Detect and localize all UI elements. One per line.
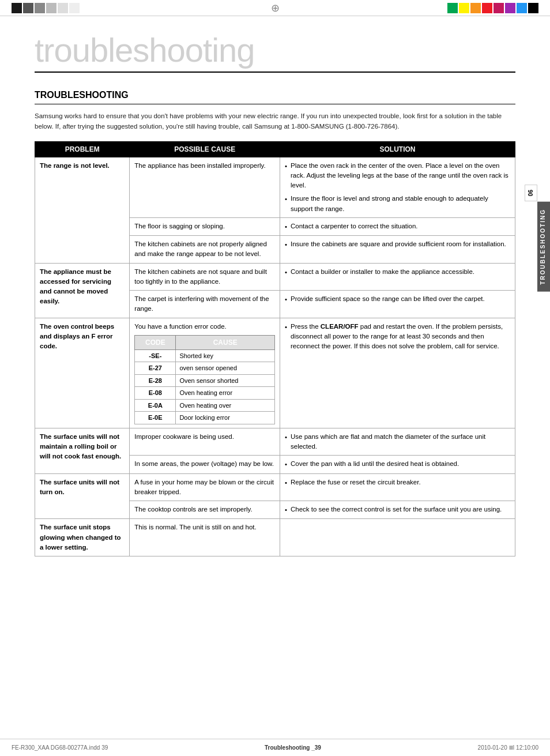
color-block: [482, 3, 492, 13]
cause-cell: A fuse in your home may be blown or the …: [130, 473, 280, 501]
color-block: [494, 3, 504, 13]
intro-paragraph: Samsung works hard to ensure that you do…: [35, 111, 515, 132]
bullet-dot: •: [285, 432, 287, 452]
bullet-dot: •: [285, 194, 287, 214]
solution-item: •Press the CLEAR/OFF pad and restart the…: [285, 322, 510, 352]
troubleshooting-table: PROBLEM POSSIBLE CAUSE SOLUTION The rang…: [35, 141, 515, 557]
problem-cell: The surface units will not maintain a ro…: [35, 428, 130, 473]
error-cause: Shorted key: [176, 349, 275, 362]
error-code: E-27: [135, 362, 176, 375]
solution-item: •Insure the cabinets are square and prov…: [285, 239, 510, 250]
bullet-dot: •: [285, 268, 287, 277]
color-block: [58, 3, 68, 13]
table-row: The range is not level.The appliance has…: [35, 157, 515, 217]
solution-item: •Check to see the correct control is set…: [285, 505, 510, 515]
color-block: [517, 3, 527, 13]
error-cause: Oven sensor shorted: [176, 374, 275, 387]
error-code: E-0E: [135, 412, 176, 424]
cause-cell: The kitchen cabinets are not properly al…: [130, 236, 280, 264]
cause-cell: The cooktop controls are set improperly.: [130, 501, 280, 519]
solution-text: Contact a builder or installer to make t…: [291, 267, 474, 277]
cause-cell: You have a function error code.CODECAUSE…: [130, 318, 280, 428]
footer-left: FE-R300_XAA DG68-00277A.indd 39: [12, 744, 108, 751]
bottom-bar: FE-R300_XAA DG68-00277A.indd 39 Troubles…: [0, 739, 550, 756]
bullet-dot: •: [285, 161, 287, 191]
error-cause: oven sensor opened: [176, 362, 275, 375]
bullet-dot: •: [285, 240, 287, 250]
table-row: The appliance must be accessed for servi…: [35, 263, 515, 291]
solution-item: •Place the oven rack in the center of th…: [285, 161, 510, 191]
problem-cell: The surface units will not turn on.: [35, 473, 130, 519]
color-block: [505, 3, 515, 13]
error-cause: Door locking error: [176, 412, 275, 424]
table-row: The surface units will not maintain a ro…: [35, 428, 515, 456]
color-block: [46, 3, 56, 13]
color-blocks-right: [447, 3, 538, 13]
error-code: E-0A: [135, 399, 176, 412]
footer-page-label: Troubleshooting _39: [265, 744, 321, 751]
color-block: [528, 3, 538, 13]
solution-cell: •Contact a carpenter to correct the situ…: [280, 217, 515, 235]
cause-cell: The kitchen cabinets are not square and …: [130, 263, 280, 291]
solution-text: Provide sufficient space so the range ca…: [291, 294, 485, 304]
problem-cell: The appliance must be accessed for servi…: [35, 263, 130, 318]
main-content: troubleshooting TROUBLESHOOTING Samsung …: [0, 16, 550, 591]
color-block: [459, 3, 469, 13]
top-bar: ⊕: [0, 0, 550, 16]
solution-item: •Replace the fuse or reset the circuit b…: [285, 477, 510, 488]
solution-text: Check to see the correct control is set …: [291, 505, 502, 515]
cause-cell: This is normal. The unit is still on and…: [130, 519, 280, 556]
color-block: [447, 3, 458, 13]
cause-cell: In some areas, the power (voltage) may b…: [130, 456, 280, 473]
solution-cell: •Insure the cabinets are square and prov…: [280, 236, 515, 264]
table-header-solution: SOLUTION: [280, 141, 515, 157]
solution-item: •Contact a builder or installer to make …: [285, 267, 510, 277]
problem-cell: The oven control beeps and displays an F…: [35, 318, 130, 428]
problem-cell: The surface unit stops glowing when chan…: [35, 519, 130, 556]
solution-cell: •Replace the fuse or reset the circuit b…: [280, 473, 515, 501]
error-code: -SE-: [135, 349, 176, 362]
error-code-table: CODECAUSE-SE-Shorted keyE-27oven sensor …: [134, 335, 275, 424]
solution-text: Contact a carpenter to correct the situa…: [291, 221, 418, 232]
color-block: [35, 3, 45, 13]
bullet-dot: •: [285, 295, 287, 304]
error-code: E-08: [135, 387, 176, 400]
solution-cell: [280, 519, 515, 556]
error-cause: Oven heating error: [176, 387, 275, 400]
solution-cell: •Check to see the correct control is set…: [280, 501, 515, 519]
table-row: The surface unit stops glowing when chan…: [35, 519, 515, 556]
error-code: E-28: [135, 374, 176, 387]
solution-text: Cover the pan with a lid until the desir…: [291, 459, 459, 469]
cause-cell: The appliance has been installed imprope…: [130, 157, 280, 217]
solution-cell: •Place the oven rack in the center of th…: [280, 157, 515, 217]
solution-item: •Contact a carpenter to correct the situ…: [285, 221, 510, 232]
color-block: [69, 3, 80, 13]
bullet-dot: •: [285, 322, 287, 352]
solution-text: Press the CLEAR/OFF pad and restart the …: [291, 322, 510, 352]
solution-text: Insure the cabinets are square and provi…: [291, 239, 506, 250]
solution-cell: •Press the CLEAR/OFF pad and restart the…: [280, 318, 515, 428]
solution-cell: •Use pans which are flat and match the d…: [280, 428, 515, 456]
color-blocks-left: [12, 3, 80, 13]
bullet-dot: •: [285, 460, 287, 469]
solution-cell: •Contact a builder or installer to make …: [280, 263, 515, 291]
solution-text: Replace the fuse or reset the circuit br…: [291, 477, 421, 488]
table-header-problem: PROBLEM: [35, 141, 130, 157]
bullet-dot: •: [285, 478, 287, 488]
problem-cell: The range is not level.: [35, 157, 130, 263]
registration-mark: ⊕: [271, 2, 280, 14]
section-heading: TROUBLESHOOTING: [35, 90, 515, 104]
bullet-dot: •: [285, 505, 287, 515]
solution-cell: •Cover the pan with a lid until the desi…: [280, 456, 515, 473]
solution-item: •Cover the pan with a lid until the desi…: [285, 459, 510, 469]
footer-right: 2010-01-20 ⅢI 12:10:00: [478, 744, 538, 751]
cause-cell: The carpet is interfering with movement …: [130, 291, 280, 318]
solution-item: •Insure the floor is level and strong an…: [285, 194, 510, 214]
solution-text: Use pans which are flat and match the di…: [291, 432, 510, 452]
color-block: [12, 3, 22, 13]
color-block: [23, 3, 33, 13]
bullet-dot: •: [285, 222, 287, 232]
solution-item: •Use pans which are flat and match the d…: [285, 432, 510, 452]
page-title: troubleshooting: [35, 33, 515, 73]
page-container: ⊕ troubleshooting TROUBLESHOOTING Samsun…: [0, 0, 550, 756]
